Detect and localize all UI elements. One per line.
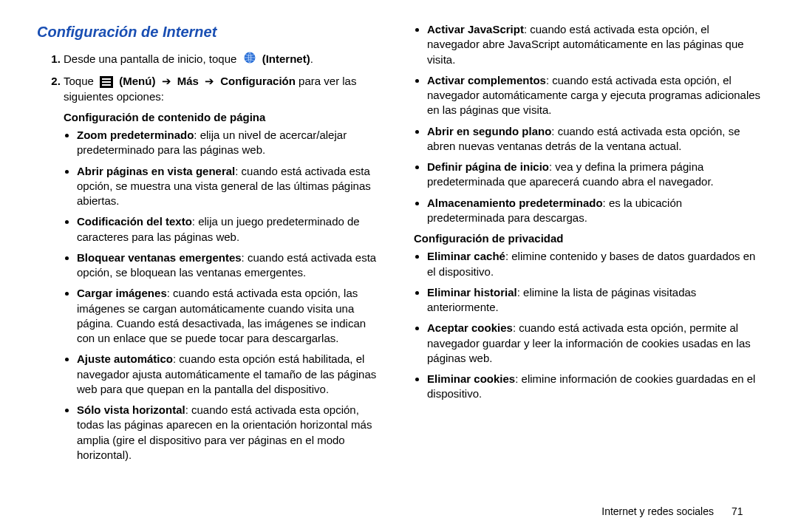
list-item: Eliminar historial: elimine la lista de … xyxy=(427,285,761,316)
step-1-bold: (Internet) xyxy=(262,52,310,65)
sub-heading-privacy: Configuración de privacidad xyxy=(414,231,761,246)
left-bullet-list: Zoom predeterminado: elija un nivel de a… xyxy=(64,128,384,463)
item-term: Cargar imágenes xyxy=(77,287,167,299)
step-2-bold-menu: (Menú) xyxy=(119,75,155,87)
item-term: Activar JavaScript xyxy=(427,23,524,35)
list-item: Bloquear ventanas emergentes: cuando est… xyxy=(77,250,384,281)
footer-page-number: 71 xyxy=(732,505,761,517)
step-1-text-a: Desde una pantalla de inicio, toque xyxy=(64,52,240,65)
list-item: Ajuste automático: cuando esta opción es… xyxy=(77,352,384,397)
list-item: Sólo vista horizontal: cuando está activ… xyxy=(77,403,384,463)
step-2: Toque (Menú) ➔ Más ➔ Configuración para … xyxy=(64,74,384,104)
step-1: Desde una pantalla de inicio, toque (Int… xyxy=(64,51,384,68)
list-item: Aceptar cookies: cuando está activada es… xyxy=(427,321,761,366)
list-item: Abrir en segundo plano: cuando está acti… xyxy=(427,124,761,154)
step-2-bold-mas: Más xyxy=(177,75,199,87)
list-item: Zoom predeterminado: elija un nivel de a… xyxy=(77,128,384,158)
list-item: Eliminar caché: elimine contenido y base… xyxy=(427,249,761,279)
globe-icon xyxy=(243,51,256,68)
section-title: Configuración de Internet xyxy=(37,22,384,42)
arrow-icon: ➔ xyxy=(162,75,171,87)
step-2-bold-config: Configuración xyxy=(220,75,296,87)
item-term: Codificación del texto xyxy=(77,215,192,228)
right-top-bullet-list: Activar JavaScript: cuando está activada… xyxy=(414,22,761,225)
item-term: Activar complementos xyxy=(427,74,546,86)
page-footer: Internet y redes sociales 71 xyxy=(37,498,761,517)
item-term: Eliminar cookies xyxy=(427,372,515,385)
step-1-text-c: . xyxy=(310,52,313,65)
item-term: Abrir en segundo plano xyxy=(427,125,551,137)
arrow-icon: ➔ xyxy=(205,75,214,87)
list-item: Abrir páginas en vista general: cuando e… xyxy=(77,164,384,209)
left-column: Configuración de Internet Desde una pant… xyxy=(37,22,384,498)
item-term: Bloquear ventanas emergentes xyxy=(77,251,242,264)
item-term: Almacenamiento predeterminado xyxy=(427,197,603,209)
right-column: Activar JavaScript: cuando está activada… xyxy=(414,22,761,498)
item-term: Eliminar historial xyxy=(427,286,517,299)
list-item: Activar complementos: cuando está activa… xyxy=(427,73,761,118)
list-item: Definir página de inicio: vea y defina l… xyxy=(427,160,761,190)
item-term: Ajuste automático xyxy=(77,352,173,365)
menu-icon xyxy=(100,76,113,88)
list-item: Almacenamiento predeterminado: es la ubi… xyxy=(427,196,761,226)
item-term: Zoom predeterminado xyxy=(77,129,194,141)
list-item: Cargar imágenes: cuando está activada es… xyxy=(77,286,384,346)
item-term: Definir página de inicio xyxy=(427,160,549,173)
step-2-text-a: Toque xyxy=(64,75,97,87)
right-bottom-bullet-list: Eliminar caché: elimine contenido y base… xyxy=(414,249,761,401)
sub-heading-content: Configuración de contenido de página xyxy=(64,110,384,125)
item-term: Abrir páginas en vista general xyxy=(77,165,235,177)
item-term: Eliminar caché xyxy=(427,250,505,262)
item-term: Sólo vista horizontal xyxy=(77,403,185,416)
item-term: Aceptar cookies xyxy=(427,321,513,334)
list-item: Activar JavaScript: cuando está activada… xyxy=(427,22,761,67)
footer-section: Internet y redes sociales xyxy=(601,505,714,517)
steps-list: Desde una pantalla de inicio, toque (Int… xyxy=(37,51,384,104)
list-item: Eliminar cookies: elimine información de… xyxy=(427,372,761,402)
list-item: Codificación del texto: elija un juego p… xyxy=(77,214,384,245)
